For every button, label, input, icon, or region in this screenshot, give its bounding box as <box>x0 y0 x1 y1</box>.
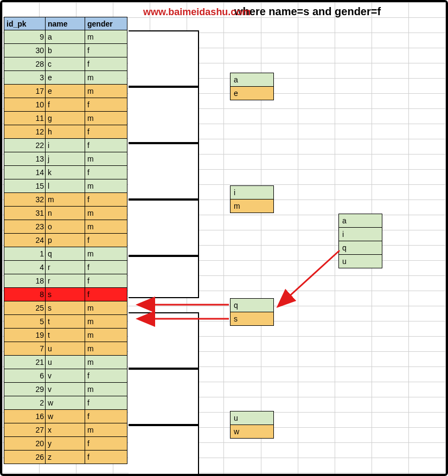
cell-id: 22 <box>4 139 46 152</box>
table-row: 16wf <box>4 410 127 423</box>
page-block-4 <box>129 200 199 256</box>
cell-gender: m <box>85 356 127 369</box>
cell-name: e <box>46 85 85 98</box>
table-row: 27xm <box>4 423 127 437</box>
cell-name: v <box>46 369 85 383</box>
branch-cell: s <box>231 312 274 326</box>
table-row: 8sf <box>4 288 127 301</box>
cell-gender: m <box>85 85 127 98</box>
cell-name: l <box>46 179 85 193</box>
cell-gender: m <box>85 329 127 342</box>
cell-id: 30 <box>4 44 46 57</box>
cell-name: u <box>46 342 85 356</box>
cell-name: a <box>46 30 85 44</box>
cell-name: z <box>46 451 85 464</box>
table-row: 30bf <box>4 44 127 57</box>
cell-name: s <box>46 288 85 301</box>
header-id: id_pk <box>4 17 46 30</box>
table-row: 13jm <box>4 152 127 166</box>
table-row: 32mf <box>4 193 127 207</box>
cell-name: r <box>46 261 85 274</box>
table-row: 5tm <box>4 315 127 329</box>
table-row: 18rf <box>4 274 127 288</box>
cell-id: 28 <box>4 57 46 71</box>
table-row: 6vf <box>4 369 127 383</box>
cell-id: 14 <box>4 166 46 179</box>
cell-name: x <box>46 423 85 437</box>
cell-name: e <box>46 71 85 85</box>
branch-cell: u <box>231 411 274 425</box>
cell-id: 6 <box>4 369 46 383</box>
table-row: 15lm <box>4 179 127 193</box>
cell-gender: f <box>85 437 127 451</box>
branch-row: u <box>339 255 382 268</box>
cell-gender: f <box>85 193 127 207</box>
table-row: 10ff <box>4 98 127 112</box>
cell-id: 13 <box>4 152 46 166</box>
cell-name: t <box>46 315 85 329</box>
cell-gender: m <box>85 207 127 220</box>
cell-gender: m <box>85 423 127 437</box>
cell-name: b <box>46 44 85 57</box>
query-title: where name=s and gender=f <box>234 5 381 18</box>
branch-cell: i <box>231 186 274 200</box>
cell-id: 27 <box>4 423 46 437</box>
cell-gender: m <box>85 112 127 125</box>
cell-gender: f <box>85 234 127 247</box>
cell-gender: m <box>85 247 127 261</box>
cell-gender: f <box>85 369 127 383</box>
cell-id: 26 <box>4 451 46 464</box>
table-row: 3em <box>4 71 127 85</box>
cell-gender: f <box>85 410 127 423</box>
main-data-table: id_pk name gender 9am30bf28cf3em17em10ff… <box>4 17 127 464</box>
cell-name: j <box>46 152 85 166</box>
spreadsheet-canvas: where name=s and gender=f www.baimeidash… <box>0 0 448 476</box>
branch-cell: q <box>231 299 274 312</box>
cell-gender: f <box>85 44 127 57</box>
cell-name: k <box>46 166 85 179</box>
cell-gender: f <box>85 396 127 410</box>
page-block-6 <box>129 312 199 369</box>
cell-name: f <box>46 98 85 112</box>
cell-name: n <box>46 207 85 220</box>
table-header-row: id_pk name gender <box>4 17 127 30</box>
cell-name: h <box>46 125 85 139</box>
cell-name: w <box>46 396 85 410</box>
cell-name: g <box>46 112 85 125</box>
table-row: 26zf <box>4 451 127 464</box>
cell-name: s <box>46 301 85 315</box>
table-row: 24pf <box>4 234 127 247</box>
branch-row: m <box>231 200 274 213</box>
cell-id: 19 <box>4 329 46 342</box>
cell-name: y <box>46 437 85 451</box>
cell-gender: f <box>85 274 127 288</box>
cell-gender: m <box>85 152 127 166</box>
cell-id: 29 <box>4 383 46 396</box>
branch-row: q <box>231 299 274 312</box>
cell-id: 21 <box>4 356 46 369</box>
branch-box-2: im <box>230 185 274 213</box>
branch-cell: a <box>231 73 274 87</box>
cell-id: 17 <box>4 85 46 98</box>
header-gender: gender <box>85 17 127 30</box>
cell-gender: f <box>85 125 127 139</box>
page-block-7 <box>129 369 199 425</box>
cell-id: 3 <box>4 71 46 85</box>
table-row: 9am <box>4 30 127 44</box>
branch-cell: m <box>231 200 274 213</box>
cell-id: 1 <box>4 247 46 261</box>
branch-box-4: qs <box>230 298 274 326</box>
table-row: 28cf <box>4 57 127 71</box>
page-block-1 <box>129 30 199 87</box>
page-block-2 <box>129 87 199 143</box>
table-row: 31nm <box>4 207 127 220</box>
cell-id: 20 <box>4 437 46 451</box>
table-row: 21um <box>4 356 127 369</box>
cell-id: 12 <box>4 125 46 139</box>
cell-id: 4 <box>4 261 46 274</box>
cell-id: 11 <box>4 112 46 125</box>
cell-id: 8 <box>4 288 46 301</box>
cell-gender: m <box>85 342 127 356</box>
branch-row: w <box>231 425 274 439</box>
cell-gender: m <box>85 179 127 193</box>
